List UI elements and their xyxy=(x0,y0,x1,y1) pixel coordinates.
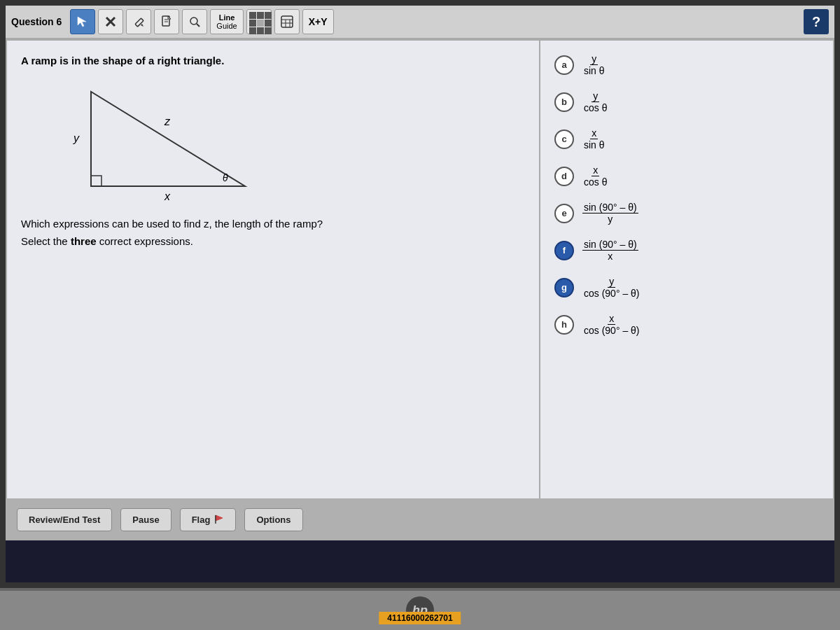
option-c-circle[interactable]: c xyxy=(554,130,574,149)
zoom-tool-btn[interactable] xyxy=(182,9,207,34)
svg-text:y: y xyxy=(73,132,80,144)
svg-text:z: z xyxy=(164,115,171,127)
option-g-circle[interactable]: g xyxy=(554,278,574,298)
flag-btn[interactable]: Flag xyxy=(180,508,237,531)
formula-btn[interactable]: X+Y xyxy=(302,9,334,34)
option-b-math: y cos θ xyxy=(582,90,608,113)
svg-marker-22 xyxy=(216,515,223,521)
option-e[interactable]: e sin (90° – θ) y xyxy=(552,197,822,229)
option-c-math: x sin θ xyxy=(582,127,606,150)
option-h[interactable]: h x cos (90° – θ) xyxy=(552,309,822,340)
svg-text:x: x xyxy=(164,190,171,202)
svg-marker-16 xyxy=(91,92,245,186)
pencil-tool-btn[interactable] xyxy=(126,9,151,34)
svg-rect-17 xyxy=(91,176,102,186)
cursor-tool-btn[interactable] xyxy=(70,9,95,34)
right-panel: a y sin θ b y cos θ xyxy=(540,39,834,540)
line-guide-label: Line xyxy=(219,13,235,22)
option-d-circle[interactable]: d xyxy=(554,167,574,186)
review-end-btn[interactable]: Review/End Test xyxy=(17,508,112,531)
option-c[interactable]: c x sin θ xyxy=(552,123,822,155)
svg-rect-11 xyxy=(281,16,293,27)
option-a-circle[interactable]: a xyxy=(554,55,574,75)
option-f[interactable]: f sin (90° – θ) x xyxy=(552,234,822,266)
guide-label: Guide xyxy=(216,22,237,30)
line-guide-btn[interactable]: Line Guide xyxy=(210,9,243,34)
option-h-circle[interactable]: h xyxy=(554,315,574,335)
options-btn[interactable]: Options xyxy=(244,508,302,531)
option-e-circle[interactable]: e xyxy=(554,204,574,223)
option-g[interactable]: g y cos (90° – θ) xyxy=(552,272,822,303)
serial-number: 41116000262701 xyxy=(379,612,461,624)
toolbar: Question 6 xyxy=(6,6,834,39)
option-d-math: x cos θ xyxy=(582,164,608,188)
option-d[interactable]: d x cos θ xyxy=(552,160,822,192)
delete-tool-btn[interactable] xyxy=(98,9,123,34)
option-e-math: sin (90° – θ) y xyxy=(582,202,638,225)
question-premise: A ramp is in the shape of a right triang… xyxy=(21,55,525,66)
help-btn[interactable]: ? xyxy=(804,9,829,34)
bottom-bar: Review/End Test Pause Flag Options xyxy=(6,498,834,540)
svg-text:θ: θ xyxy=(223,172,228,183)
option-h-math: x cos (90° – θ) xyxy=(582,313,641,336)
left-panel: A ramp is in the shape of a right triang… xyxy=(6,39,540,540)
question-label: Question 6 xyxy=(11,16,62,27)
svg-marker-0 xyxy=(78,17,86,27)
main-content: A ramp is in the shape of a right triang… xyxy=(6,39,834,540)
option-g-math: y cos (90° – θ) xyxy=(582,276,641,299)
svg-marker-4 xyxy=(141,24,144,27)
svg-point-9 xyxy=(190,18,197,24)
option-b[interactable]: b y cos θ xyxy=(552,86,822,118)
option-f-math: sin (90° – θ) x xyxy=(582,239,638,262)
triangle-svg: y z x θ xyxy=(35,78,273,204)
pause-btn[interactable]: Pause xyxy=(120,508,171,531)
option-b-circle[interactable]: b xyxy=(554,92,574,112)
triangle-diagram: y z x θ xyxy=(35,78,273,204)
laptop-screen: Question 6 xyxy=(0,0,840,588)
calculator-btn[interactable] xyxy=(274,9,300,34)
option-f-circle[interactable]: f xyxy=(554,241,574,260)
option-a[interactable]: a y sin θ xyxy=(552,49,822,80)
svg-line-10 xyxy=(197,24,200,27)
option-a-math: y sin θ xyxy=(582,53,606,76)
select-instruction-text: Select the three correct expressions. xyxy=(21,235,525,247)
page-tool-btn[interactable] xyxy=(154,9,179,34)
grid-tool-btn[interactable] xyxy=(246,9,272,34)
which-expressions-text: Which expressions can be used to find z,… xyxy=(21,218,525,230)
flag-icon xyxy=(214,514,224,524)
